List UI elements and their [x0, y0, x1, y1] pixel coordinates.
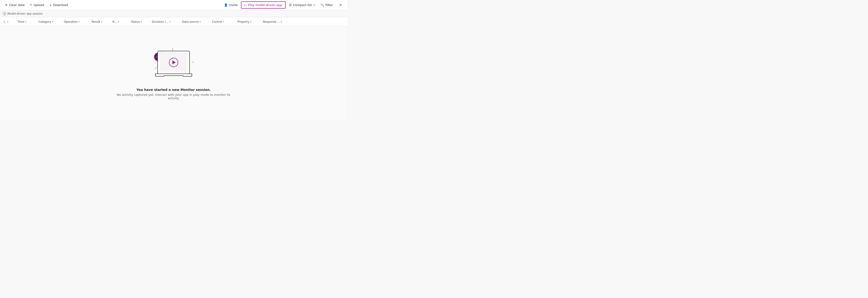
compact-list-label: Compact list	[293, 3, 312, 7]
clear-data-button[interactable]: ✕ Clear data	[3, 2, 27, 8]
download-label: Download	[53, 3, 68, 7]
col-datasource-chevron-icon: ▾	[199, 21, 201, 23]
filter-label: Filter	[326, 3, 333, 7]
compact-list-icon: ☰	[289, 3, 292, 7]
filter-button[interactable]: 🔍 Filter	[318, 2, 335, 8]
play-model-driven-label: Play model-driven app	[248, 3, 282, 7]
clear-data-label: Clear data	[9, 3, 25, 7]
close-button[interactable]: ✕	[337, 1, 344, 9]
deco-plus-icon: +	[192, 60, 194, 64]
col-datasource-label: Data source	[182, 20, 198, 23]
col-response-chevron-icon: ▾	[281, 21, 282, 23]
download-icon: ↓	[49, 3, 52, 7]
col-result-label: Result	[92, 20, 100, 23]
download-button[interactable]: ↓ Download	[47, 2, 71, 8]
session-bar: i Model-driven app session	[0, 10, 347, 17]
col-response-label: Response ...	[263, 20, 280, 23]
col-r-chevron-icon: ▾	[118, 21, 119, 23]
column-header-operation[interactable]: Operation ▾	[62, 17, 90, 26]
col-time-chevron-icon: ▾	[25, 21, 26, 23]
toolbar-right: 👤 Invite ▷ Play model-driven app ☰ Compa…	[222, 1, 344, 9]
col-operation-chevron-icon: ▾	[79, 21, 80, 23]
play-icon: ▷	[245, 3, 247, 7]
col-status-label: Status	[131, 20, 140, 23]
col-time-label: Time	[18, 20, 24, 23]
upload-icon: ↑	[30, 3, 32, 7]
column-header-status[interactable]: Status ▾	[129, 17, 150, 26]
col-operation-label: Operation	[64, 20, 78, 23]
column-headers: I.. ▾ Time ▾ Category ▾ Operation ▾ Resu…	[0, 17, 347, 26]
col-r-label: R...	[113, 20, 117, 23]
deco-dash-2	[154, 68, 156, 69]
col-control-label: Control	[212, 20, 222, 23]
info-icon: i	[3, 12, 6, 15]
column-header-r[interactable]: R... ▾	[111, 17, 129, 26]
col-category-chevron-icon: ▾	[52, 21, 53, 23]
session-label: Model-driven app session	[7, 12, 43, 15]
column-header-control[interactable]: Control ▾	[210, 17, 236, 26]
col-id-label: I..	[4, 20, 6, 23]
empty-state-subtitle: No activity captured yet. Interact with …	[116, 93, 231, 100]
invite-icon: 👤	[224, 3, 228, 7]
play-model-driven-button[interactable]: ▷ Play model-driven app	[241, 1, 286, 8]
column-header-response[interactable]: Response ... ▾	[261, 17, 291, 26]
upload-button[interactable]: ↑ Upload	[27, 2, 46, 8]
play-triangle-icon	[173, 60, 176, 64]
column-header-time[interactable]: Time ▾	[16, 17, 37, 26]
empty-state-title: You have started a new Monitor session.	[136, 88, 211, 91]
col-property-label: Property	[238, 20, 249, 23]
close-icon: ✕	[339, 3, 342, 7]
col-property-chevron-icon: ▾	[250, 21, 251, 23]
col-id-chevron-icon: ▾	[7, 21, 8, 23]
invite-label: Invite	[229, 3, 238, 7]
compact-list-button[interactable]: ☰ Compact list ▾	[286, 2, 317, 8]
laptop-foot-right	[183, 75, 192, 77]
col-duration-chevron-icon: ▾	[169, 21, 170, 23]
clear-data-icon: ✕	[5, 3, 8, 7]
toolbar-left: ✕ Clear data ↑ Upload ↓ Download	[3, 2, 221, 8]
laptop-screen	[157, 51, 190, 74]
col-control-chevron-icon: ▾	[223, 21, 224, 23]
compact-list-chevron-icon: ▾	[314, 4, 315, 6]
monitor-illustration: + +	[151, 46, 197, 83]
column-header-property[interactable]: Property ▾	[236, 17, 261, 26]
column-header-duration[interactable]: Duration (... ▾	[150, 17, 180, 26]
column-header-result[interactable]: Result ▾	[90, 17, 111, 26]
invite-button[interactable]: 👤 Invite	[222, 2, 240, 8]
laptop-foot-left	[155, 75, 164, 77]
col-status-chevron-icon: ▾	[141, 21, 142, 23]
col-category-label: Category	[38, 20, 51, 23]
laptop-screen-inner	[160, 53, 187, 72]
upload-label: Upload	[34, 3, 44, 7]
column-header-datasource[interactable]: Data source ▾	[180, 17, 210, 26]
col-duration-label: Duration (...	[152, 20, 168, 23]
col-result-chevron-icon: ▾	[101, 21, 102, 23]
column-header-id[interactable]: I.. ▾	[2, 17, 16, 26]
column-header-category[interactable]: Category ▾	[37, 17, 62, 26]
filter-icon: 🔍	[320, 3, 324, 7]
main-toolbar: ✕ Clear data ↑ Upload ↓ Download 👤 Invit…	[0, 0, 347, 10]
empty-state: + + You have started a new Moni	[0, 26, 347, 119]
play-button-icon	[169, 58, 178, 67]
